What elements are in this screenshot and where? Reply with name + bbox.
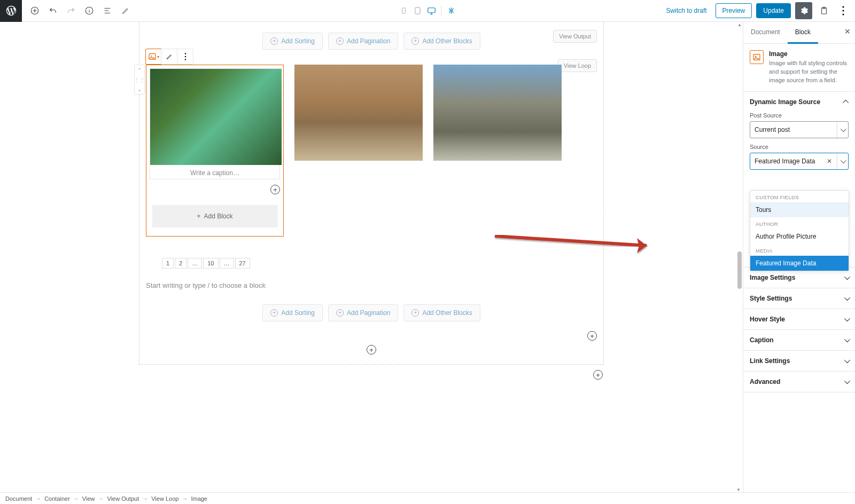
caption-input[interactable]: Write a caption…	[150, 165, 279, 179]
add-sorting-button[interactable]: +Add Sorting	[262, 304, 323, 321]
panel-link-settings[interactable]: Link Settings	[743, 351, 855, 371]
crumb-image[interactable]: Image	[191, 495, 207, 502]
block-breadcrumb: Document→ Container→ View→ View Output→ …	[0, 492, 855, 504]
desktop-icon[interactable]	[425, 3, 438, 18]
chevron-up-icon	[844, 98, 849, 106]
panel-caption[interactable]: Caption	[743, 330, 855, 350]
sidebar-scrollbar[interactable]: ▲ ▼	[736, 22, 743, 492]
block-more-icon[interactable]	[177, 49, 193, 64]
tablet-icon[interactable]	[411, 3, 424, 18]
panel-hover-style[interactable]: Hover Style	[743, 309, 855, 329]
inline-add-icon[interactable]: +	[593, 370, 603, 380]
svg-point-7	[842, 6, 844, 7]
add-pagination-button[interactable]: +Add Pagination	[328, 33, 398, 50]
block-toolbar: ▾	[145, 49, 193, 65]
pagination: 1 2 … 10 … 27	[146, 258, 597, 269]
svg-rect-4	[428, 8, 436, 13]
crumb-container[interactable]: Container	[44, 495, 70, 502]
close-sidebar-icon[interactable]: ✕	[844, 27, 851, 36]
image-placeholder-1	[150, 69, 282, 165]
page-1[interactable]: 1	[162, 258, 174, 269]
crumb-view-output[interactable]: View Output	[107, 495, 139, 502]
add-block-button[interactable]: +Add Block	[152, 205, 278, 227]
outline-icon[interactable]	[100, 3, 115, 18]
inline-add-icon[interactable]: +	[270, 185, 280, 194]
chevron-down-icon	[844, 295, 849, 302]
move-up-icon[interactable]: ⌃	[137, 65, 142, 75]
clipboard-icon[interactable]	[817, 3, 831, 18]
crumb-view-loop[interactable]: View Loop	[151, 495, 178, 502]
mobile-icon[interactable]	[398, 3, 410, 18]
preview-button[interactable]: Preview	[716, 3, 752, 18]
tab-block[interactable]: Block	[788, 22, 818, 44]
chevron-down-icon	[837, 153, 845, 169]
image-placeholder-3	[433, 65, 562, 161]
selected-image-block[interactable]: Write a caption… + +Add Block	[146, 65, 284, 237]
page-ellipsis: …	[220, 258, 234, 269]
chevron-down-icon	[844, 316, 849, 323]
option-featured-image-data[interactable]: Featured Image Data	[750, 256, 849, 271]
edit-icon[interactable]	[118, 3, 133, 18]
chevron-down-icon	[844, 357, 849, 365]
add-sorting-button[interactable]: +Add Sorting	[262, 33, 323, 50]
settings-gear-button[interactable]	[795, 2, 812, 19]
chevron-down-icon	[844, 378, 849, 385]
add-other-blocks-button[interactable]: +Add Other Blocks	[403, 304, 480, 321]
undo-icon[interactable]	[45, 3, 60, 18]
panel-dynamic-image-source[interactable]: Dynamic Image Source	[743, 92, 855, 112]
option-author-profile-picture[interactable]: Author Profile Picture	[750, 229, 849, 244]
svg-point-16	[755, 56, 756, 57]
wordpress-logo[interactable]	[0, 0, 22, 22]
more-icon[interactable]	[836, 3, 851, 18]
add-block-icon[interactable]	[27, 3, 42, 18]
tab-document[interactable]: Document	[743, 22, 788, 43]
block-description: Image with full styling controls and sup…	[769, 59, 849, 85]
update-button[interactable]: Update	[756, 3, 791, 18]
svg-point-14	[184, 59, 185, 60]
post-source-select[interactable]: Current post	[750, 121, 849, 138]
block-title: Image	[769, 50, 849, 58]
dropdown-group-media: MEDIA	[750, 244, 849, 256]
post-source-label: Post Source	[750, 112, 849, 119]
image-placeholder-2	[294, 65, 423, 161]
switch-to-draft-link[interactable]: Switch to draft	[662, 7, 711, 14]
svg-point-11	[151, 56, 152, 57]
svg-rect-3	[415, 7, 420, 14]
page-10[interactable]: 10	[203, 258, 218, 269]
page-27[interactable]: 27	[235, 258, 250, 269]
source-select[interactable]: Featured Image Data ✕	[750, 153, 849, 170]
info-icon[interactable]	[82, 3, 97, 18]
block-inspector-sidebar: Document Block ✕ Image Image with full s…	[743, 22, 855, 492]
redo-icon[interactable]	[64, 3, 79, 18]
paragraph-placeholder[interactable]: Start writing or type / to choose a bloc…	[146, 277, 597, 300]
inline-add-icon[interactable]: +	[587, 331, 597, 341]
dropdown-group-author: AUTHOR	[750, 217, 849, 229]
svg-point-9	[842, 13, 844, 15]
svg-point-13	[184, 56, 185, 57]
dropdown-group-custom-fields: CUSTOM FIELDS	[750, 191, 849, 202]
chevron-down-icon	[837, 122, 845, 138]
page-ellipsis: …	[188, 258, 202, 269]
view-output-button[interactable]: View Output	[553, 30, 597, 43]
block-drag-handle[interactable]: ⌃ ⋮⋮ ⌄	[134, 65, 145, 94]
crumb-view[interactable]: View	[82, 495, 95, 502]
crumb-document[interactable]: Document	[5, 495, 32, 502]
inline-add-center-icon[interactable]: +	[367, 345, 376, 355]
page-2[interactable]: 2	[175, 258, 186, 269]
clear-icon[interactable]: ✕	[827, 158, 832, 165]
move-down-icon[interactable]: ⌄	[137, 84, 142, 94]
breakpoint-icon[interactable]	[445, 3, 458, 18]
block-edit-icon[interactable]	[161, 49, 177, 64]
add-pagination-button[interactable]: +Add Pagination	[328, 304, 398, 321]
panel-advanced[interactable]: Advanced	[743, 372, 855, 392]
svg-point-8	[842, 10, 844, 11]
responsive-preview-toggle	[398, 3, 458, 18]
chevron-down-icon	[844, 336, 849, 344]
drag-icon[interactable]: ⋮⋮	[134, 75, 145, 84]
add-other-blocks-button[interactable]: +Add Other Blocks	[403, 33, 480, 50]
panel-style-settings[interactable]: Style Settings	[743, 288, 855, 309]
option-tours[interactable]: Tours	[750, 202, 849, 217]
top-toolbar: Switch to draft Preview Update	[0, 0, 855, 22]
block-type-image-icon[interactable]: ▾	[145, 49, 161, 65]
block-image-icon	[750, 50, 764, 64]
